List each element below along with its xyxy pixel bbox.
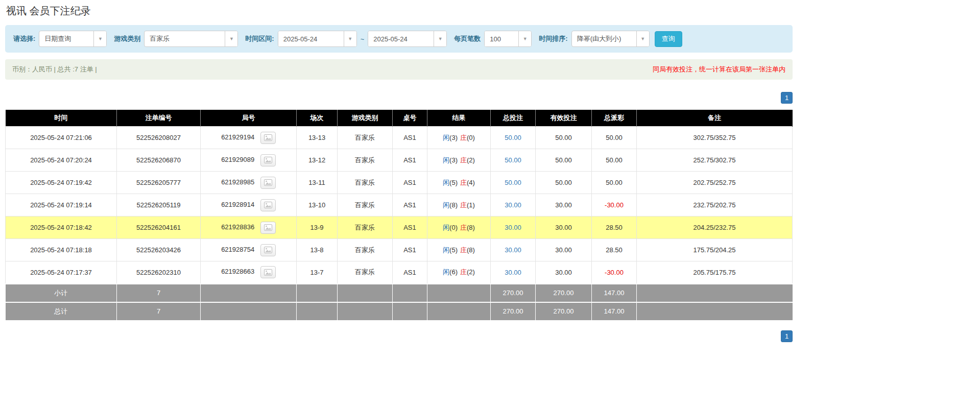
- subtotal-empty-cell: [201, 284, 297, 302]
- cell-bet-id: 522526205119: [117, 194, 201, 217]
- cell-payout: 50.00: [592, 149, 637, 172]
- cell-remark: 232.75/202.75: [637, 194, 793, 217]
- round-image-button[interactable]: [260, 266, 276, 278]
- col-bet-id: 注单编号: [117, 110, 201, 127]
- cell-valid-bet: 50.00: [536, 149, 592, 172]
- col-valid-bet: 有效投注: [536, 110, 592, 127]
- cell-time: 2025-05-24 07:18:42: [6, 217, 117, 239]
- game-category-select[interactable]: 百家乐 ▼: [144, 31, 238, 47]
- cell-total-bet: 30.00: [491, 194, 536, 217]
- time-range-label: 时间区间:: [245, 34, 274, 43]
- date-from-input[interactable]: [278, 31, 344, 46]
- total-valid-bet: 270.00: [536, 302, 592, 320]
- round-image-button[interactable]: [260, 244, 276, 256]
- total-empty-cell: [338, 302, 393, 320]
- search-button[interactable]: 查询: [655, 31, 682, 47]
- page-size-input[interactable]: [485, 31, 518, 46]
- sort-order-select[interactable]: 降幂(由大到小) ▼: [571, 31, 650, 47]
- image-icon: [264, 247, 272, 253]
- date-to-picker[interactable]: ▼: [368, 31, 447, 47]
- chevron-down-icon[interactable]: ▼: [434, 31, 446, 46]
- player-result: 闲: [443, 201, 449, 209]
- table-row: 2025-05-24 07:18:18 522526203426 6219287…: [6, 239, 793, 261]
- cell-round: 621928985: [201, 172, 297, 194]
- round-image-button[interactable]: [260, 199, 276, 211]
- query-type-select[interactable]: 日期查询 ▼: [39, 31, 107, 47]
- page-size-select[interactable]: ▼: [484, 31, 532, 47]
- betting-records-table: 时间 注单编号 局号 场次 游戏类别 桌号 结果 总投注 有效投注 总派彩 备注…: [5, 110, 793, 320]
- round-number: 621928663: [221, 268, 254, 276]
- round-image-button[interactable]: [260, 132, 276, 144]
- total-bet-link[interactable]: 50.00: [505, 134, 521, 141]
- total-empty-cell: [427, 302, 491, 320]
- chevron-down-icon[interactable]: ▼: [636, 31, 649, 46]
- select-label: 请选择:: [13, 34, 35, 43]
- pagination-top: 1: [5, 92, 793, 104]
- cell-result: 闲(5)庄(4): [427, 172, 491, 194]
- chevron-down-icon[interactable]: ▼: [225, 31, 237, 46]
- cell-session: 13-11: [297, 172, 338, 194]
- game-category-label: 游戏类别: [114, 34, 140, 43]
- round-image-button[interactable]: [260, 177, 276, 189]
- page-title: 视讯 会员下注纪录: [6, 4, 793, 18]
- cell-bet-id: 522526204161: [117, 217, 201, 239]
- table-body: 2025-05-24 07:21:06 522526208027 6219291…: [6, 127, 793, 284]
- query-type-value: 日期查询: [39, 31, 93, 46]
- subtotal-empty-cell: [427, 284, 491, 302]
- cell-session: 13-12: [297, 149, 338, 172]
- page-size-label: 每页笔数: [454, 34, 481, 43]
- round-image-button[interactable]: [260, 222, 276, 234]
- player-result: 闲: [443, 246, 449, 254]
- cell-session: 13-10: [297, 194, 338, 217]
- col-game-type: 游戏类别: [338, 110, 393, 127]
- date-to-input[interactable]: [368, 31, 434, 46]
- chevron-down-icon[interactable]: ▼: [93, 31, 106, 46]
- cell-result: 闲(3)庄(2): [427, 149, 491, 172]
- total-bet-link[interactable]: 50.00: [505, 179, 521, 186]
- round-image-button[interactable]: [260, 154, 276, 166]
- banker-result: 庄: [460, 246, 467, 254]
- total-total-bet: 270.00: [491, 302, 536, 320]
- cell-game-type: 百家乐: [338, 239, 393, 261]
- currency-summary-text: 币别：人民币 | 总共 :7 注单 |: [12, 65, 97, 74]
- cell-valid-bet: 30.00: [536, 239, 592, 261]
- chevron-down-icon[interactable]: ▼: [344, 31, 356, 46]
- sort-order-value: 降幂(由大到小): [572, 31, 636, 46]
- table-header-row: 时间 注单编号 局号 场次 游戏类别 桌号 结果 总投注 有效投注 总派彩 备注: [6, 110, 793, 127]
- cell-table: AS1: [393, 172, 427, 194]
- table-row: 2025-05-24 07:20:24 522526206870 6219290…: [6, 149, 793, 172]
- subtotal-empty-cell: [338, 284, 393, 302]
- page-1-button[interactable]: 1: [781, 330, 793, 342]
- total-bet-link[interactable]: 30.00: [505, 269, 521, 276]
- cell-payout: 50.00: [592, 127, 637, 149]
- subtotal-row: 小计 7 270.00 270.00 147.00: [6, 284, 793, 302]
- col-payout: 总派彩: [592, 110, 637, 127]
- cell-bet-id: 522526208027: [117, 127, 201, 149]
- player-result: 闲: [443, 156, 449, 164]
- total-payout: 147.00: [592, 302, 637, 320]
- cell-bet-id: 522526203426: [117, 239, 201, 261]
- banker-result: 庄: [460, 156, 467, 164]
- date-from-picker[interactable]: ▼: [278, 31, 357, 47]
- page-1-button[interactable]: 1: [781, 92, 793, 104]
- total-bet-link[interactable]: 30.00: [505, 224, 521, 231]
- info-bar: 币别：人民币 | 总共 :7 注单 | 同局有效投注，统一计算在该局第一张注单内: [5, 59, 793, 80]
- cell-session: 13-8: [297, 239, 338, 261]
- cell-valid-bet: 50.00: [536, 127, 592, 149]
- cell-session: 13-9: [297, 217, 338, 239]
- subtotal-empty-cell: [393, 284, 427, 302]
- cell-table: AS1: [393, 127, 427, 149]
- cell-result: 闲(6)庄(2): [427, 261, 491, 284]
- chevron-down-icon[interactable]: ▼: [518, 31, 531, 46]
- cell-table: AS1: [393, 217, 427, 239]
- total-bet-link[interactable]: 30.00: [505, 246, 521, 254]
- round-number: 621928914: [221, 201, 254, 208]
- total-bet-link[interactable]: 30.00: [505, 201, 521, 209]
- range-separator: ~: [361, 35, 365, 43]
- game-category-value: 百家乐: [145, 31, 225, 46]
- cell-game-type: 百家乐: [338, 217, 393, 239]
- banker-result: 庄: [460, 268, 467, 276]
- total-bet-link[interactable]: 50.00: [505, 156, 521, 164]
- cell-game-type: 百家乐: [338, 127, 393, 149]
- col-result: 结果: [427, 110, 491, 127]
